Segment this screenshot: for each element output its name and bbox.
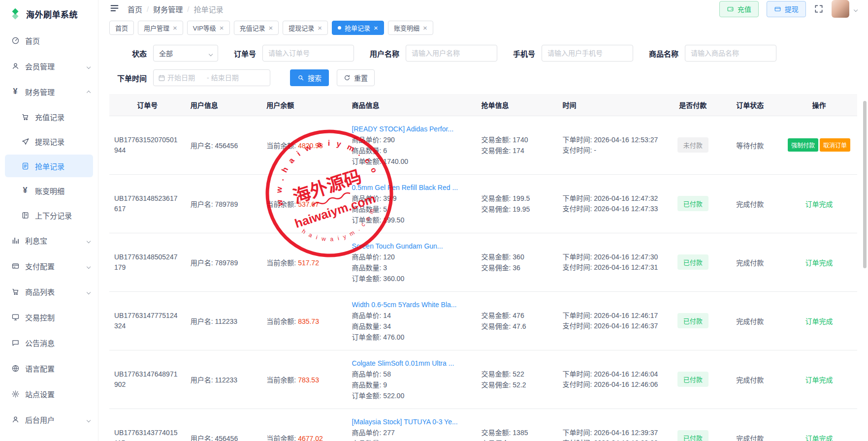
cancel-order-button[interactable]: 取消订单 xyxy=(820,138,850,152)
tab-label: 抢单记录 xyxy=(345,23,370,32)
trade-commission: 交易佣金: 174 xyxy=(482,145,553,156)
date-range-picker[interactable]: - xyxy=(153,69,270,86)
sidebar-item-balance-changes[interactable]: ¥ 账变明细 xyxy=(0,178,98,203)
sidebar-item-admin-users[interactable]: 后台用户 xyxy=(0,407,98,432)
sidebar-item-members[interactable]: 会员管理 xyxy=(0,53,98,79)
breadcrumb-item[interactable]: 首页 xyxy=(128,4,142,14)
order-amount: 订单金额: 522.00 xyxy=(352,390,472,401)
sidebar-menu: 首页 会员管理 ¥ 财务管理 充值记录 xyxy=(0,28,98,432)
tab-grab-records[interactable]: 抢单记录 × xyxy=(332,21,384,35)
sidebar-item-interest[interactable]: 利息宝 xyxy=(0,227,98,253)
tab-home[interactable]: 首页 xyxy=(109,21,134,35)
order-no-label: 订单号 xyxy=(234,48,256,59)
tab-label: 首页 xyxy=(115,23,128,32)
sidebar-item-label: 账变明细 xyxy=(35,186,64,196)
user-avatar[interactable] xyxy=(832,0,849,18)
app-logo: 海外刷单系统 xyxy=(0,0,98,28)
filter-row: 下单时间 - 搜索 重置 xyxy=(109,69,857,86)
pay-status-badge: 未付款 xyxy=(677,137,708,153)
product-quantity: 商品数量: 6 xyxy=(352,145,472,156)
sidebar-item-payment-config[interactable]: 支付配置 xyxy=(0,253,98,279)
breadcrumb-separator: / xyxy=(187,5,189,13)
close-icon[interactable]: × xyxy=(220,24,224,32)
card-icon xyxy=(774,5,781,13)
end-date-input[interactable] xyxy=(211,74,249,82)
sidebar-item-trade-control[interactable]: 交易控制 xyxy=(0,304,98,330)
order-no-filter: 订单号 xyxy=(234,45,354,62)
order-status: 等待付款 xyxy=(736,142,764,150)
product-quantity: 商品数量: 5 xyxy=(352,438,472,441)
tab-balance-changes[interactable]: 账变明细 × xyxy=(388,21,433,35)
withdraw-button[interactable]: 提现 xyxy=(767,1,806,17)
sidebar-item-label: 利息宝 xyxy=(25,235,47,246)
tab-recharge-records[interactable]: 充值记录 × xyxy=(234,21,279,35)
sidebar-item-language-config[interactable]: 语言配置 xyxy=(0,355,98,381)
tab-user-mgmt[interactable]: 用户管理 × xyxy=(138,21,183,35)
fullscreen-icon[interactable] xyxy=(814,4,824,14)
force-pay-button[interactable]: 强制付款 xyxy=(788,138,818,152)
username-label: 用户名称 xyxy=(370,48,399,59)
order-complete-text: 订单完成 xyxy=(805,317,833,325)
table-row: UB17763152070501944 用户名: 456456 当前余额: 48… xyxy=(109,116,857,174)
product-name-link[interactable]: Width 0.6-5cm 5Yards White Bla... xyxy=(352,299,472,310)
order-no-input[interactable] xyxy=(262,45,354,62)
tab-withdraw-records[interactable]: 提现记录 × xyxy=(283,21,328,35)
recharge-button[interactable]: 充值 xyxy=(719,1,759,17)
bar-chart-icon xyxy=(11,236,20,245)
tab-label: 用户管理 xyxy=(144,23,169,32)
sidebar-item-finance[interactable]: ¥ 财务管理 xyxy=(0,79,98,104)
tab-bar: 首页 用户管理 × VIP等级 × 充值记录 × 提现记录 × 抢单记录 × xyxy=(98,18,868,41)
order-number: UB17763148523617617 xyxy=(114,193,181,214)
product-name-input[interactable] xyxy=(685,45,776,62)
phone-input[interactable] xyxy=(542,45,633,62)
close-icon[interactable]: × xyxy=(173,24,177,32)
reset-button[interactable]: 重置 xyxy=(337,69,375,86)
cart-icon xyxy=(21,112,30,121)
product-name-link[interactable]: Screen Touch Gundam Gun... xyxy=(352,241,472,252)
close-icon[interactable]: × xyxy=(374,24,378,32)
close-icon[interactable]: × xyxy=(423,24,427,32)
status-select-value: 全部 xyxy=(159,48,173,58)
product-quantity: 商品数量: 3 xyxy=(352,262,472,273)
close-icon[interactable]: × xyxy=(318,24,322,32)
sidebar-item-home[interactable]: 首页 xyxy=(0,28,98,53)
chevron-up-icon xyxy=(87,88,90,96)
product-name-link[interactable]: 0.5mm Gel Pen Refill Black Red ... xyxy=(352,182,472,193)
product-unit-price: 商品单价: 14 xyxy=(352,310,472,321)
sidebar-item-withdraw-records[interactable]: 提现记录 xyxy=(0,129,98,154)
close-icon[interactable]: × xyxy=(269,24,273,32)
sidebar-item-label: 上下分记录 xyxy=(35,210,72,220)
breadcrumb-item[interactable]: 财务管理 xyxy=(153,4,183,14)
order-number: UB17763152070501944 xyxy=(114,135,181,156)
pay-time: 支付时间: 2026-04-16 12:47:33 xyxy=(563,204,662,214)
sidebar-item-site-settings[interactable]: 站点设置 xyxy=(0,381,98,407)
sidebar-item-updown-records[interactable]: 上下分记录 xyxy=(0,203,98,227)
sidebar-item-recharge-records[interactable]: 充值记录 xyxy=(0,104,98,129)
user-info: 用户名: 456456 xyxy=(191,142,238,150)
sidebar-item-announcements[interactable]: 公告消息 xyxy=(0,330,98,355)
tab-vip-level[interactable]: VIP等级 × xyxy=(187,21,230,35)
sidebar-item-grab-records[interactable]: 抢单记录 xyxy=(5,155,93,177)
user-menu-caret-icon[interactable] xyxy=(854,5,857,13)
balance-value: 537.67 xyxy=(298,200,319,208)
product-name-link[interactable]: [Malaysia Stock] TUTUYA 0-3 Ye... xyxy=(352,416,472,427)
withdraw-button-label: 提现 xyxy=(785,4,799,14)
pay-time: 支付时间: - xyxy=(563,145,662,156)
status-select[interactable]: 全部 xyxy=(153,45,218,62)
column-header: 用户信息 xyxy=(186,94,262,116)
chevron-down-icon xyxy=(209,49,212,57)
product-name-link[interactable]: Colgate SlimSoft 0.01mm Ultra ... xyxy=(352,358,472,369)
sidebar-item-product-list[interactable]: 商品列表 xyxy=(0,279,98,304)
order-status: 完成付款 xyxy=(736,317,764,325)
search-button[interactable]: 搜索 xyxy=(290,69,329,86)
username-input[interactable] xyxy=(406,45,497,62)
order-complete-text: 订单完成 xyxy=(805,259,833,267)
product-unit-price: 商品单价: 277 xyxy=(352,427,472,438)
menu-toggle-icon[interactable] xyxy=(109,3,120,15)
breadcrumb-separator: / xyxy=(147,5,149,13)
sidebar-item-label: 语言配置 xyxy=(25,363,55,374)
product-name-link[interactable]: [READY STOCK] Adidas Perfor... xyxy=(352,124,472,134)
vertical-scrollbar[interactable] xyxy=(863,101,867,268)
trade-commission: 交易佣金: 52.2 xyxy=(482,379,553,390)
start-date-input[interactable] xyxy=(167,74,205,82)
